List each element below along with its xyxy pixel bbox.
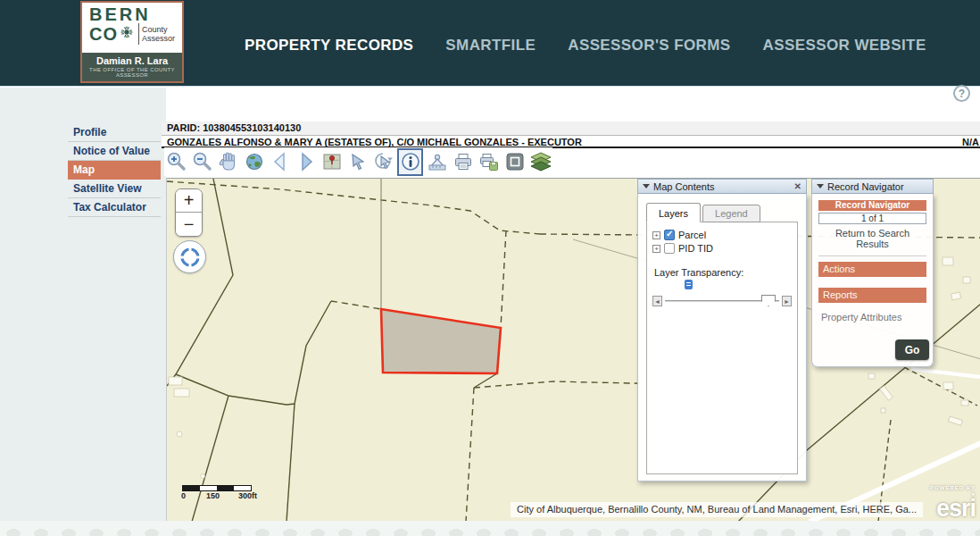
logo-word-bern: BERN <box>89 5 177 23</box>
left-column: Profile Notice of Value Map Satellite Vi… <box>0 88 166 521</box>
zoom-in-tool-icon[interactable] <box>164 149 188 174</box>
logo-divider <box>138 23 139 45</box>
help-icon[interactable]: ? <box>953 85 970 102</box>
next-extent-icon[interactable] <box>294 149 318 174</box>
parcel-map[interactable]: + − Map Contents ✕ Layers <box>166 178 980 521</box>
map-zoom-in-button[interactable]: + <box>176 189 202 213</box>
record-navigator-header[interactable]: Record Navigator <box>811 179 934 194</box>
overview-map-icon[interactable] <box>320 149 344 174</box>
property-attributes-label: Property Attributes <box>821 312 926 322</box>
tab-legend[interactable]: Legend <box>702 205 760 222</box>
powered-by-label: POWERED BY <box>930 485 976 490</box>
layers-icon[interactable] <box>528 149 552 174</box>
previous-extent-icon[interactable] <box>268 149 292 174</box>
nav-property-records[interactable]: PROPERTY RECORDS <box>245 37 413 54</box>
record-navigator-panel: Record Navigator Record Navigator 1 of 1… <box>811 179 934 367</box>
owner-name: GONZALES ALFONSO & MARY A (ESTATES OF), … <box>167 137 582 147</box>
record-navigator-bar: Record Navigator <box>818 200 926 211</box>
scalebar-segment <box>217 486 234 490</box>
slider-right-arrow[interactable]: ► <box>782 296 792 306</box>
identify-tool-icon[interactable] <box>397 148 423 176</box>
nav-smartfile[interactable]: SMARTFILE <box>445 37 536 54</box>
zoom-out-tool-icon[interactable] <box>190 149 214 174</box>
record-navigator-title: Record Navigator <box>827 181 904 192</box>
logo-bottom: Damian R. Lara THE OFFICE OF THE COUNTY … <box>82 53 182 81</box>
layer-row-parcel: + Parcel <box>652 229 792 241</box>
full-screen-icon[interactable] <box>502 149 527 174</box>
top-header-bar: BERN CO <box>0 0 980 87</box>
print-icon[interactable] <box>451 149 475 174</box>
transparency-slider: ◄ ► <box>652 295 792 307</box>
map-scalebar: 0 150 300ft <box>179 485 262 501</box>
expand-icon[interactable]: + <box>652 245 660 253</box>
expand-icon[interactable]: + <box>652 231 660 239</box>
record-value-na: N/A <box>962 137 979 147</box>
scalebar-label-middle: 150 <box>206 491 220 500</box>
map-contents-title: Map Contents <box>653 181 714 192</box>
sidebar-item-profile[interactable]: Profile <box>68 123 161 142</box>
slider-thumb[interactable] <box>761 295 776 306</box>
top-navigation: PROPERTY RECORDS SMARTFILE ASSESSOR'S FO… <box>245 37 926 54</box>
map-contents-header[interactable]: Map Contents ✕ <box>637 179 807 194</box>
map-zoom-control: + − <box>175 188 203 237</box>
map-toolbar <box>164 147 552 176</box>
record-position-field[interactable]: 1 of 1 <box>818 213 926 224</box>
layer-transparency-label: Layer Transparency: <box>654 267 792 278</box>
close-icon[interactable]: ✕ <box>794 181 801 191</box>
select-pointer-icon[interactable] <box>345 149 370 174</box>
parcel-checkbox[interactable] <box>664 230 675 240</box>
reports-section-bar[interactable]: Reports <box>818 288 926 303</box>
crosshair-icon <box>178 245 203 270</box>
locate-me-button[interactable] <box>173 240 206 273</box>
pan-hand-icon[interactable] <box>216 149 240 174</box>
logo-org-line1: County <box>142 25 175 34</box>
actions-section-bar[interactable]: Actions <box>818 262 926 277</box>
assessor-tagline: THE OFFICE OF THE COUNTY ASSESSOR <box>82 67 182 78</box>
layer-label-pid-tid: PID TID <box>678 243 713 254</box>
divider <box>818 255 926 256</box>
clear-selection-icon[interactable] <box>371 149 395 174</box>
page-bottom-strip <box>0 521 980 536</box>
logo-org-line2: Assessor <box>142 34 175 43</box>
sidebar-item-satellite-view[interactable]: Satellite View <box>68 180 161 198</box>
sidebar-item-notice-of-value[interactable]: Notice of Value <box>68 142 161 161</box>
esri-brand-text: esri <box>924 498 976 519</box>
logo-word-co: CO <box>89 25 118 43</box>
sidebar-item-map[interactable]: Map <box>68 161 161 180</box>
parid-label: PARID: 103804553103140130 <box>162 121 980 135</box>
county-assessor-logo: BERN CO <box>80 1 184 83</box>
esri-logo: POWERED BY ● esri <box>924 485 976 519</box>
sidebar-item-tax-calculator[interactable]: Tax Calculator <box>68 198 161 217</box>
map-contents-panel: Map Contents ✕ Layers Legend + Parcel + <box>637 179 807 482</box>
nav-assessors-forms[interactable]: ASSESSOR'S FORMS <box>568 37 730 54</box>
return-to-search-results-link[interactable]: Return to Search Results <box>818 228 926 249</box>
nav-assessor-website[interactable]: ASSESSOR WEBSITE <box>763 37 926 54</box>
map-zoom-out-button[interactable]: − <box>176 213 202 236</box>
record-header-bar: PARID: 103804553103140130 GONZALES ALFON… <box>162 121 980 148</box>
print-export-icon[interactable] <box>477 149 501 174</box>
sidebar-menu: Profile Notice of Value Map Satellite Vi… <box>68 123 161 217</box>
slider-left-arrow[interactable]: ◄ <box>652 296 662 306</box>
pid-tid-checkbox[interactable] <box>664 243 675 254</box>
go-button[interactable]: Go <box>895 339 929 360</box>
collapse-caret-icon[interactable] <box>643 184 650 188</box>
scalebar-segment <box>183 486 200 490</box>
zia-sun-icon <box>120 26 133 42</box>
scalebar-segment <box>234 486 251 490</box>
assessor-name: Damian R. Lara <box>82 55 182 67</box>
transparency-value-marker <box>685 280 693 289</box>
measure-tool-icon[interactable] <box>425 149 449 174</box>
layer-label-parcel: Parcel <box>678 230 706 240</box>
layer-row-pid-tid: + PID TID <box>652 242 792 255</box>
layers-list: + Parcel + PID TID Layer Transparency: ◄ <box>646 222 798 474</box>
scalebar-label-end: 300ft <box>238 491 257 500</box>
scalebar-segment <box>200 486 217 490</box>
logo-top: BERN CO <box>82 3 182 53</box>
map-attribution: City of Albuquerque, Bernalillo County, … <box>511 502 923 517</box>
map-contents-tabs: Layers Legend <box>646 202 798 222</box>
tab-layers[interactable]: Layers <box>646 203 701 222</box>
scalebar-label-start: 0 <box>181 491 186 500</box>
assessor-property-records-page: BERN CO <box>0 0 980 536</box>
full-extent-globe-icon[interactable] <box>242 149 266 174</box>
collapse-caret-icon[interactable] <box>817 184 824 188</box>
